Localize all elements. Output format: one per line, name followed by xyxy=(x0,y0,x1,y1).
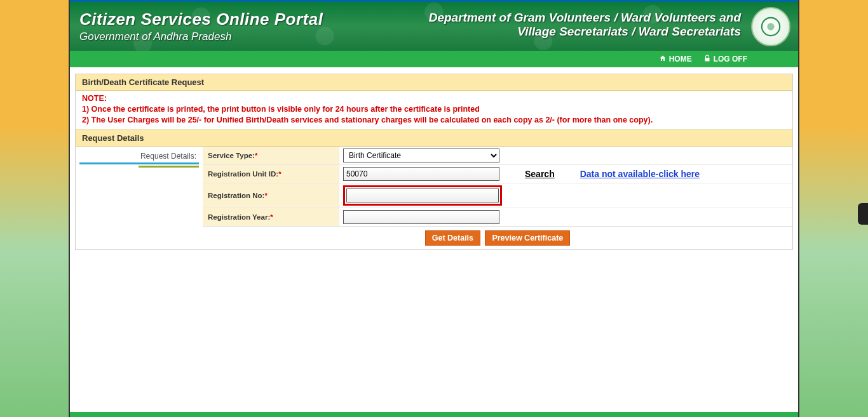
required-asterisk: * xyxy=(264,192,267,199)
sidebar-underline-accent xyxy=(139,166,199,168)
label-reg-no-text: Registration No: xyxy=(208,192,264,199)
cell-reg-unit: Search Data not available-click here xyxy=(339,165,792,183)
note-block: NOTE: 1) Once the certificate is printed… xyxy=(76,91,792,129)
note-heading: NOTE: xyxy=(82,93,786,104)
note-line-1: 1) Once the certificate is printed, the … xyxy=(82,104,786,115)
label-reg-unit-text: Registration Unit ID: xyxy=(208,170,278,178)
reg-no-input[interactable] xyxy=(346,189,499,202)
nav-logoff-label: LOG OFF xyxy=(714,55,747,63)
request-panel: Birth/Death Certificate Request NOTE: 1)… xyxy=(75,74,793,250)
reg-year-input[interactable] xyxy=(343,210,499,224)
required-asterisk: * xyxy=(278,170,281,178)
label-reg-no: Registration No:* xyxy=(203,183,339,208)
cell-service-type: Birth Certificate xyxy=(339,147,792,164)
page-container: Citizen Services Online Portal Governmen… xyxy=(69,0,799,417)
header-banner: Citizen Services Online Portal Governmen… xyxy=(70,0,798,51)
side-widget-tab[interactable] xyxy=(858,203,868,225)
service-type-select[interactable]: Birth Certificate xyxy=(343,149,499,162)
button-row: Get Details Preview Certificate xyxy=(203,227,792,249)
reg-unit-id-input[interactable] xyxy=(343,167,499,181)
portal-title: Citizen Services Online Portal xyxy=(79,10,323,29)
label-reg-year-text: Registration Year: xyxy=(208,213,270,221)
section-title: Request Details xyxy=(76,129,792,147)
header-left: Citizen Services Online Portal Governmen… xyxy=(79,10,323,43)
required-asterisk: * xyxy=(270,213,273,221)
row-service-type: Service Type:* Birth Certificate xyxy=(203,147,792,165)
search-link[interactable]: Search xyxy=(525,169,555,179)
get-details-button[interactable]: Get Details xyxy=(425,230,480,246)
nav-home-link[interactable]: HOME xyxy=(659,55,692,64)
nav-logoff-link[interactable]: LOG OFF xyxy=(703,55,747,64)
dept-line-2: Village Secretariats / Ward Secretariats xyxy=(429,25,741,39)
svg-point-1 xyxy=(767,23,774,30)
state-emblem-icon xyxy=(751,7,790,46)
fields-column: Service Type:* Birth Certificate Registr… xyxy=(203,147,792,249)
label-reg-year: Registration Year:* xyxy=(203,208,339,226)
dept-line-1: Department of Gram Volunteers / Ward Vol… xyxy=(429,11,741,25)
row-reg-year: Registration Year:* xyxy=(203,208,792,227)
label-service-type-text: Service Type: xyxy=(208,152,255,159)
preview-certificate-button[interactable]: Preview Certificate xyxy=(485,230,570,246)
reg-no-highlight-box xyxy=(343,185,502,206)
row-reg-no: Registration No:* xyxy=(203,183,792,208)
cell-reg-year xyxy=(339,208,792,226)
note-line-2: 2) The User Charges will be 25/- for Uni… xyxy=(82,115,786,126)
nav-bar: HOME LOG OFF xyxy=(70,51,798,67)
row-reg-unit: Registration Unit ID:* Search Data not a… xyxy=(203,165,792,183)
label-service-type: Service Type:* xyxy=(203,147,339,164)
header-right: Department of Gram Volunteers / Ward Vol… xyxy=(429,11,741,39)
sidebar-tab-request-details[interactable]: Request Details: xyxy=(79,152,199,164)
nav-home-label: HOME xyxy=(669,55,692,63)
data-not-available-link[interactable]: Data not available-click here xyxy=(580,169,700,179)
form-area: Request Details: Service Type:* Birth Ce… xyxy=(76,147,792,249)
sidebar-column: Request Details: xyxy=(76,147,203,249)
label-reg-unit: Registration Unit ID:* xyxy=(203,165,339,183)
footer-bar xyxy=(70,412,798,417)
required-asterisk: * xyxy=(255,152,257,159)
cell-reg-no xyxy=(339,183,792,208)
panel-title: Birth/Death Certificate Request xyxy=(76,74,792,91)
content-area: Birth/Death Certificate Request NOTE: 1)… xyxy=(70,67,798,256)
lock-icon xyxy=(703,55,711,64)
home-icon xyxy=(659,55,667,64)
portal-subtitle: Government of Andhra Pradesh xyxy=(79,30,323,43)
